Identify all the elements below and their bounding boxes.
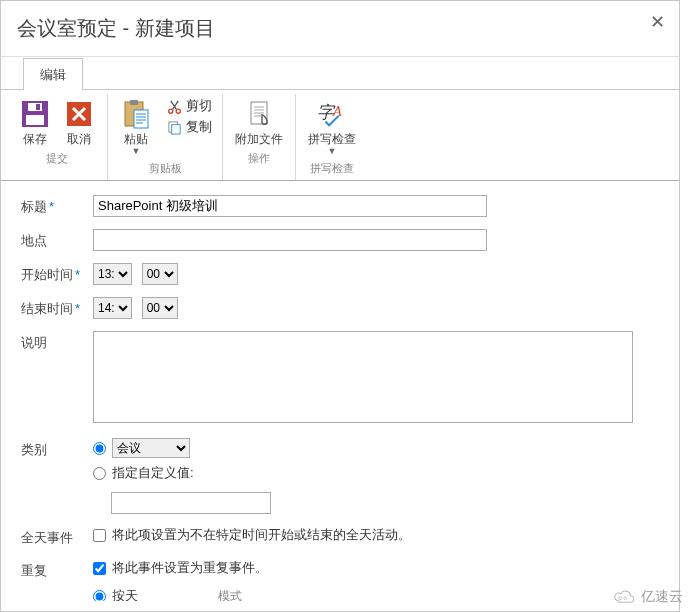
svg-rect-7: [134, 110, 148, 128]
chevron-down-icon: ▼: [132, 146, 141, 156]
svg-rect-11: [171, 124, 179, 133]
svg-point-15: [619, 597, 622, 600]
save-icon: [19, 98, 51, 130]
cut-button[interactable]: 剪切: [162, 96, 216, 116]
tabs: 编辑: [1, 57, 679, 89]
label-start: 开始时间*: [21, 263, 93, 284]
close-button[interactable]: ✕: [650, 11, 665, 33]
cancel-button[interactable]: 取消: [57, 96, 101, 148]
watermark: 亿速云: [611, 588, 683, 606]
location-input[interactable]: [93, 229, 487, 251]
copy-button[interactable]: 复制: [162, 117, 216, 137]
dialog-title: 会议室预定 - 新建项目: [17, 15, 629, 42]
ribbon: 保存 取消 提交 粘贴 ▼: [1, 89, 679, 181]
ribbon-group-spell: 字A 拼写检查 ▼ 拼写检查: [296, 94, 368, 180]
paste-icon: [120, 98, 152, 130]
label-title: 标题*: [21, 195, 93, 216]
cloud-icon: [611, 589, 637, 605]
label-repeat: 重复: [21, 559, 93, 580]
svg-rect-6: [130, 100, 138, 105]
repeat-checkbox[interactable]: [93, 562, 106, 575]
end-min-select[interactable]: 00: [142, 297, 178, 319]
cancel-icon: [63, 98, 95, 130]
dialog: 会议室预定 - 新建项目 ✕ 编辑 保存 取消 提交: [0, 0, 680, 612]
label-location: 地点: [21, 229, 93, 250]
attach-button[interactable]: 附加文件: [229, 96, 289, 148]
svg-point-16: [624, 597, 627, 600]
start-hour-select[interactable]: 13:: [93, 263, 132, 285]
spellcheck-button[interactable]: 字A 拼写检查 ▼: [302, 96, 362, 158]
paste-button[interactable]: 粘贴 ▼: [114, 96, 158, 158]
svg-rect-1: [26, 115, 44, 125]
label-description: 说明: [21, 331, 93, 352]
ribbon-group-submit: 保存 取消 提交: [7, 94, 108, 180]
allday-checkbox[interactable]: [93, 529, 106, 542]
chevron-down-icon: ▼: [328, 146, 337, 156]
start-min-select[interactable]: 00: [142, 263, 178, 285]
label-allday: 全天事件: [21, 526, 93, 547]
title-input[interactable]: [93, 195, 487, 217]
cut-icon: [166, 98, 182, 114]
label-category: 类别: [21, 438, 93, 459]
label-end: 结束时间*: [21, 297, 93, 318]
svg-point-9: [176, 109, 180, 113]
category-custom-input[interactable]: [111, 492, 271, 514]
dialog-header: 会议室预定 - 新建项目 ✕: [1, 1, 679, 57]
spellcheck-icon: 字A: [316, 98, 348, 130]
attach-icon: [243, 98, 275, 130]
ribbon-group-clipboard: 粘贴 ▼ 剪切 复制: [108, 94, 223, 180]
ribbon-group-actions: 附加文件 操作: [223, 94, 296, 180]
svg-rect-3: [36, 104, 40, 110]
repeat-daily-radio[interactable]: [93, 590, 106, 602]
svg-point-8: [168, 109, 172, 113]
form-area: 标题* 地点 开始时间* 13: 00 结束时间* 14: 00 说明: [1, 181, 679, 601]
end-hour-select[interactable]: 14:: [93, 297, 132, 319]
tab-edit[interactable]: 编辑: [23, 58, 83, 90]
category-select[interactable]: 会议: [112, 438, 190, 458]
description-textarea[interactable]: [93, 331, 633, 423]
category-radio-custom[interactable]: [93, 467, 106, 480]
save-button[interactable]: 保存: [13, 96, 57, 148]
category-radio-select[interactable]: [93, 442, 106, 455]
copy-icon: [166, 119, 182, 135]
